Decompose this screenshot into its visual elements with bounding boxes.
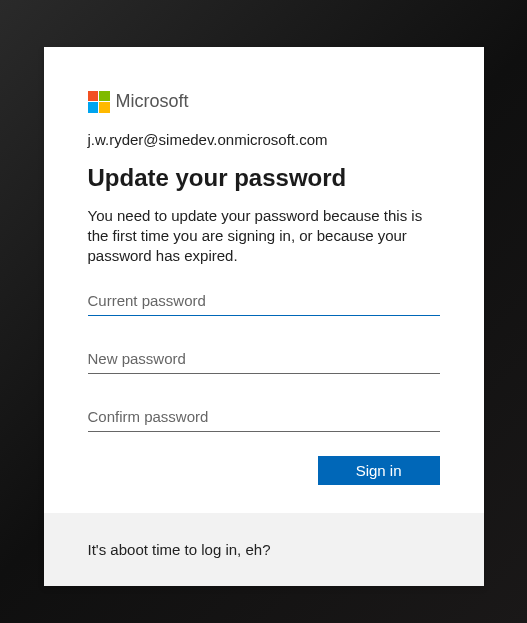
microsoft-logo-text: Microsoft	[116, 91, 189, 112]
description-text: You need to update your password because…	[88, 206, 440, 267]
auth-card: Microsoft j.w.ryder@simedev.onmicrosoft.…	[44, 47, 484, 587]
sign-in-button[interactable]: Sign in	[318, 456, 440, 485]
current-password-input[interactable]	[88, 286, 440, 316]
page-title: Update your password	[88, 164, 440, 192]
button-row: Sign in	[88, 456, 440, 485]
footer-text: It's aboot time to log in, eh?	[88, 541, 271, 558]
user-identity: j.w.ryder@simedev.onmicrosoft.com	[88, 131, 440, 148]
confirm-password-input[interactable]	[88, 402, 440, 432]
microsoft-logo-icon	[88, 91, 110, 113]
new-password-input[interactable]	[88, 344, 440, 374]
card-body: Microsoft j.w.ryder@simedev.onmicrosoft.…	[44, 47, 484, 514]
microsoft-logo: Microsoft	[88, 91, 440, 113]
branding-footer: It's aboot time to log in, eh?	[44, 513, 484, 586]
